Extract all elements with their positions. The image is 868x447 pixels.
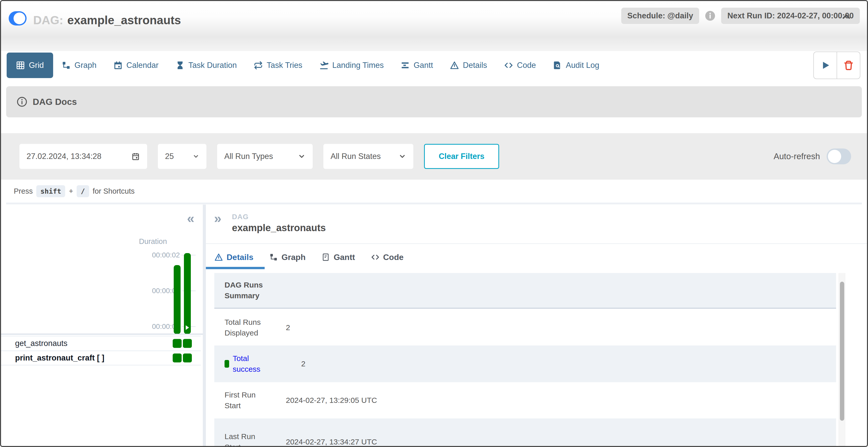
legend-row: Press shift + / for Shortcuts deferred f… <box>1 180 867 203</box>
panel-divider[interactable] <box>203 205 206 446</box>
run-types-value: All Run Types <box>224 152 273 161</box>
run-duration-bar[interactable] <box>184 253 191 334</box>
info-circle-icon <box>17 96 28 107</box>
dag-name: example_astronauts <box>67 13 181 27</box>
task-instance-square[interactable] <box>173 354 182 363</box>
hourglass-icon <box>176 61 185 70</box>
panel-tab-gantt[interactable]: Gantt <box>321 252 355 262</box>
tab-code-label: Code <box>517 61 536 70</box>
collapse-panel-icon[interactable]: « <box>187 212 194 225</box>
plus-label: + <box>69 187 73 196</box>
tab-details[interactable]: Details <box>441 53 496 78</box>
code-icon <box>371 253 380 262</box>
task-row[interactable]: get_astronauts <box>1 336 201 350</box>
task-name[interactable]: print_astronaut_craft [ ] <box>15 353 104 363</box>
auto-refresh-control: Auto-refresh <box>774 133 851 180</box>
task-instance-square[interactable] <box>183 354 192 363</box>
tab-task-duration[interactable]: Task Duration <box>167 53 246 78</box>
play-icon <box>820 60 831 71</box>
tab-code[interactable]: Code <box>496 53 544 78</box>
row-label: Last Run Start <box>214 431 271 447</box>
info-icon[interactable] <box>704 10 716 22</box>
tab-gantt[interactable]: Gantt <box>392 53 441 78</box>
row-value: 2 <box>301 359 306 368</box>
panel-tab-details[interactable]: Details <box>214 252 253 262</box>
run-states-select[interactable]: All Run States <box>323 144 413 169</box>
toggle-knob <box>13 12 25 24</box>
section-divider <box>6 203 862 204</box>
task-name[interactable]: get_astronauts <box>15 339 67 348</box>
delete-dag-button[interactable] <box>837 52 860 78</box>
task-row[interactable]: print_astronaut_craft [ ] <box>1 350 201 365</box>
toggle-knob <box>828 150 841 163</box>
tab-graph[interactable]: Graph <box>53 53 105 78</box>
task-instance-square[interactable] <box>183 339 192 348</box>
code-icon <box>504 61 513 70</box>
scrollbar-thumb[interactable] <box>840 282 844 421</box>
dag-pause-toggle[interactable] <box>9 11 27 26</box>
details-tabs: Details Graph Gantt Code <box>214 247 404 267</box>
tab-audit-log[interactable]: Audit Log <box>544 53 608 78</box>
tab-details-label: Details <box>463 61 487 70</box>
tab-calendar-label: Calendar <box>126 61 159 70</box>
shortcut-hint: Press shift + / for Shortcuts <box>14 180 135 203</box>
row-value: 2 <box>286 323 290 332</box>
chevron-up-icon[interactable] <box>840 11 852 23</box>
slash-key: / <box>76 185 89 197</box>
dag-runs-summary-table: DAG Runs Summary Total Runs Displayed 2 … <box>214 273 836 446</box>
page-header: DAG: example_astronauts Schedule: @daily… <box>1 1 867 51</box>
tab-audit-log-label: Audit Log <box>566 61 599 70</box>
dag-docs-bar[interactable]: DAG Docs <box>6 86 862 117</box>
clear-filters-button[interactable]: Clear Filters <box>424 144 499 169</box>
base-date-value: 27.02.2024, 13:34:28 <box>27 152 101 161</box>
tab-task-tries-label: Task Tries <box>267 61 303 70</box>
tab-landing-times-label: Landing Times <box>332 61 384 70</box>
base-date-input[interactable]: 27.02.2024, 13:34:28 <box>20 144 147 169</box>
trigger-dag-button[interactable] <box>814 52 837 78</box>
expand-panel-icon[interactable]: » <box>214 212 221 225</box>
grid-panel: « Duration 00:00:02 00:00:01 00:00:00 ge… <box>1 205 203 446</box>
axis-baseline <box>1 334 203 335</box>
scrollbar-track[interactable] <box>839 273 845 446</box>
auto-refresh-label: Auto-refresh <box>774 151 820 161</box>
table-row: Last Run Start 2024-02-27, 13:34:27 UTC <box>214 418 836 447</box>
tab-task-tries[interactable]: Task Tries <box>245 53 311 78</box>
dag-prefix-label: DAG: <box>33 13 63 27</box>
trash-icon <box>843 60 854 71</box>
success-bullet-icon <box>224 360 229 368</box>
nav-tab-bar: Grid Graph Calendar Task Duration Task T… <box>1 51 867 85</box>
tab-grid-label: Grid <box>29 61 44 70</box>
row-label: Total success <box>214 353 291 375</box>
gantt-icon <box>401 61 410 70</box>
tab-grid[interactable]: Grid <box>7 53 53 78</box>
warning-triangle-icon <box>450 61 459 70</box>
run-states-value: All Run States <box>331 152 381 161</box>
dag-docs-label: DAG Docs <box>33 97 77 107</box>
tab-landing-times[interactable]: Landing Times <box>311 53 392 78</box>
task-instance-square[interactable] <box>173 339 182 348</box>
dag-action-buttons <box>813 51 860 79</box>
tab-gantt-label: Gantt <box>413 61 433 70</box>
run-duration-bar[interactable] <box>174 265 181 334</box>
panel-tab-graph-label: Graph <box>281 252 306 262</box>
auto-refresh-toggle[interactable] <box>827 148 851 164</box>
chevron-down-icon <box>193 153 199 160</box>
nav-tabs: Grid Graph Calendar Task Duration Task T… <box>7 53 608 78</box>
panel-kicker: DAG <box>232 213 249 221</box>
total-success-link[interactable]: Total success <box>233 353 266 375</box>
panel-tab-graph[interactable]: Graph <box>269 252 306 262</box>
table-row: Total Runs Displayed 2 <box>214 310 836 345</box>
airflow-window: DAG: example_astronauts Schedule: @daily… <box>0 0 868 447</box>
tab-calendar[interactable]: Calendar <box>105 53 167 78</box>
table-header-label: DAG Runs Summary <box>214 280 281 301</box>
warning-triangle-icon <box>214 253 223 262</box>
gantt-doc-icon <box>321 253 330 262</box>
shortcut-press-label: Press <box>14 187 33 196</box>
panel-tab-code[interactable]: Code <box>371 252 404 262</box>
page-size-select[interactable]: 25 <box>158 144 207 169</box>
table-row: First Run Start 2024-02-27, 13:29:05 UTC <box>214 382 836 418</box>
table-row: Total success 2 <box>214 345 836 382</box>
panel-title: example_astronauts <box>232 222 326 234</box>
run-types-select[interactable]: All Run Types <box>217 144 313 169</box>
header-badges: Schedule: @daily Next Run ID: 2024-02-27… <box>621 8 860 24</box>
